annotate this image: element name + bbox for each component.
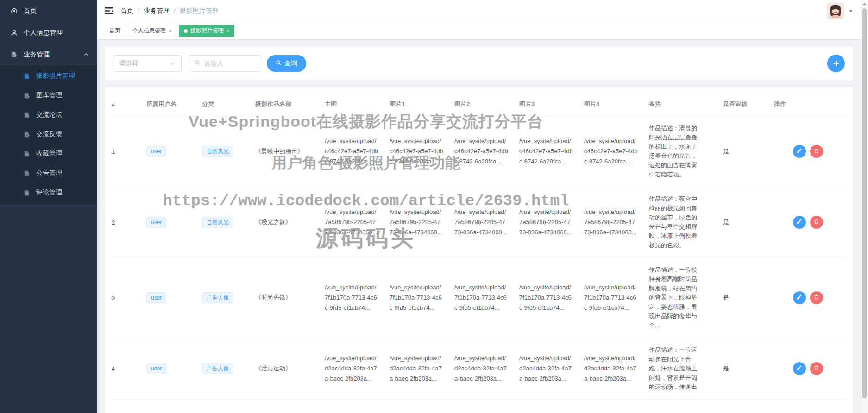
remark-text: 作品描述：清晨的阳光洒在层层叠叠的梯田上，水面上泛着金色的光芒，远处的山峦在薄雾… [649, 124, 701, 179]
edit-button[interactable] [793, 291, 806, 304]
category-select[interactable]: 请选择 [113, 55, 182, 72]
breadcrumb-item[interactable]: 业务管理 [144, 7, 170, 15]
table-card: #所属用户名分类摄影作品名称主图图片1图片2图片3图片4备注是否审核操作 1us… [105, 87, 853, 413]
image-path: c46c42e7-a5e7-4db [454, 146, 515, 156]
image-path: a-baec-2fb203a... [325, 374, 385, 384]
image-path: d2ac4dda-32fa-4a7 [519, 363, 579, 374]
category-tag: 广告人像 [202, 363, 233, 374]
add-button[interactable]: + [827, 55, 845, 72]
image-path: 7a58679b-2205-47 [519, 217, 579, 227]
document-icon [23, 92, 31, 99]
image-path: d2ac4dda-32fa-4a7 [454, 363, 515, 374]
plus-icon: + [833, 58, 839, 69]
delete-button[interactable] [810, 216, 823, 229]
cell-actions [774, 116, 846, 187]
image-path: d2ac4dda-32fa-4a7 [584, 363, 644, 374]
select-placeholder: 请选择 [119, 59, 138, 68]
image-path: /vue_sysite/upload/ [519, 136, 579, 146]
sidebar-item-feedback-manage[interactable]: 交流反馈 [0, 125, 97, 144]
scrollbar[interactable] [861, 0, 868, 413]
sidebar-item-home[interactable]: 首页 [0, 0, 97, 22]
cell-username: user [146, 338, 202, 400]
remark-text: 作品描述：一位运动员在阳光下奔跑，汗水在脸颊上闪烁，背景是开阔的运动场，传递出 [649, 345, 701, 392]
image-path: /vue_sysite/upload/ [325, 207, 385, 217]
scroll-up-icon[interactable] [861, 0, 868, 7]
column-header-5: 图片1 [390, 93, 454, 116]
edit-button[interactable] [793, 362, 806, 375]
content: 请选择 查询 + [97, 40, 861, 413]
search-button[interactable]: 查询 [267, 55, 306, 72]
sidebar-item-gallery-manage[interactable]: 图库管理 [0, 86, 97, 105]
hamburger-icon[interactable] [105, 7, 113, 15]
cell-remark: 作品描述：清晨的阳光洒在层层叠叠的梯田上，水面上泛着金色的光芒，远处的山峦在薄雾… [649, 116, 723, 187]
delete-button[interactable] [810, 145, 823, 158]
image-path: c46c42e7-a5e7-4db [390, 146, 450, 156]
image-path: a-baec-2fb203a... [390, 374, 450, 384]
cell-main-image: /vue_sysite/upload/c46c42e7-a5e7-4dbc-87… [325, 116, 390, 187]
sidebar-item-comment-manage[interactable]: 评论管理 [0, 183, 97, 202]
sidebar-item-photo-manage[interactable]: 摄影照片管理 [0, 66, 97, 86]
delete-button[interactable] [810, 362, 823, 375]
user-tag: user [146, 363, 166, 374]
keyword-input[interactable] [204, 60, 256, 67]
document-icon [23, 150, 31, 157]
edit-icon [796, 148, 802, 155]
submenu-business: 摄影照片管理图库管理交流论坛交流反馈收藏管理公告管理评论管理 [0, 65, 97, 204]
breadcrumb-item[interactable]: 首页 [120, 7, 133, 15]
edit-button[interactable] [793, 145, 806, 158]
delete-icon [813, 294, 819, 301]
image-path: 7f1b170a-7713-4c6 [584, 293, 644, 303]
breadcrumb-item: 摄影照片管理 [180, 7, 219, 15]
tab-home[interactable]: 首页 [105, 25, 125, 37]
cell-artwork-title: 《晨曦中的梯田》 [255, 116, 325, 187]
breadcrumb-separator: / [138, 7, 139, 15]
sidebar-item-profile[interactable]: 个人信息管理 [0, 22, 97, 44]
category-tag: 自然风光 [202, 146, 233, 157]
column-header-3: 摄影作品名称 [255, 93, 325, 116]
cell-category: 广告人像 [202, 338, 255, 400]
cell-actions [774, 338, 846, 400]
image-path: 73-836a-4734060... [519, 227, 579, 238]
tab-photo-manage[interactable]: 摄影照片管理× [179, 25, 234, 37]
column-header-2: 分类 [202, 93, 255, 116]
edit-icon [796, 219, 802, 226]
delete-icon [813, 219, 819, 226]
image-path: 7a58679b-2205-47 [454, 217, 515, 227]
close-icon[interactable]: × [169, 28, 172, 34]
sidebar-item-favorite-manage[interactable]: 收藏管理 [0, 144, 97, 163]
column-header-9: 备注 [649, 93, 723, 116]
user-tag: user [146, 146, 166, 157]
topbar-right [827, 3, 853, 19]
avatar[interactable] [827, 3, 844, 19]
image-path: 7a58679b-2205-47 [325, 217, 385, 227]
cell-image2: /vue_sysite/upload/c46c42e7-a5e7-4dbc-87… [454, 116, 519, 187]
close-icon[interactable]: × [226, 28, 230, 34]
delete-button[interactable] [810, 291, 823, 304]
scrollbar-thumb[interactable] [862, 8, 867, 398]
topbar: 首页/业务管理/摄影照片管理 [97, 0, 861, 22]
document-icon [10, 50, 18, 58]
column-header-6: 图片2 [454, 93, 519, 116]
sidebar-item-label: 个人信息管理 [24, 29, 63, 37]
column-header-4: 主图 [325, 93, 390, 116]
image-path: c46c42e7-a5e7-4db [519, 146, 579, 156]
sidebar-item-forum-manage[interactable]: 交流论坛 [0, 105, 97, 125]
active-dot-icon [184, 29, 188, 33]
search-icon [195, 59, 201, 68]
cell-image4: /vue_sysite/upload/d2ac4dda-32fa-4a7a-ba… [584, 338, 649, 400]
column-header-0: # [112, 93, 146, 116]
sidebar-item-notice-manage[interactable]: 公告管理 [0, 163, 97, 183]
edit-button[interactable] [793, 216, 806, 229]
image-path: /vue_sysite/upload/ [325, 136, 385, 146]
tab-profile[interactable]: 个人信息管理× [128, 25, 176, 37]
table-header-row: #所属用户名分类摄影作品名称主图图片1图片2图片3图片4备注是否审核操作 [112, 93, 846, 116]
sidebar-item-business[interactable]: 业务管理 [0, 44, 97, 65]
caret-down-icon[interactable] [849, 9, 853, 13]
image-path: d2ac4dda-32fa-4a7 [325, 363, 385, 374]
image-path: /vue_sysite/upload/ [454, 353, 515, 363]
image-path: a-baec-2fb203a... [584, 374, 644, 384]
image-path: c-9fd5-ef1cb74... [584, 303, 644, 313]
image-path: /vue_sysite/upload/ [325, 353, 385, 363]
cell-remark: 作品描述：一位模特身着高端时尚品牌服装，站在简约的背景下，眼神坚定，姿态优雅，展… [649, 258, 723, 338]
user-icon [10, 29, 18, 37]
